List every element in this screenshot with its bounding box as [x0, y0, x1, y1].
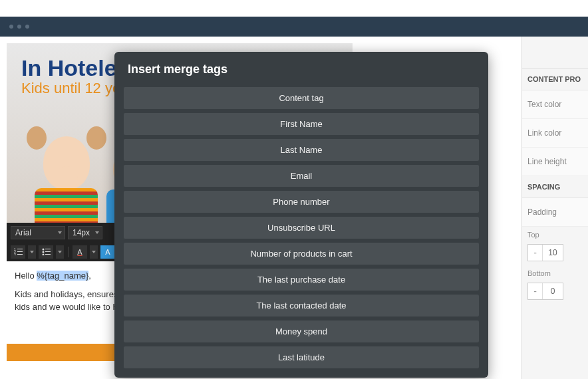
svg-rect-7 — [45, 249, 51, 249]
ordered-list-dropdown[interactable] — [28, 245, 36, 259]
ordered-list-icon: 123 — [14, 248, 23, 255]
section-spacing: SPACING — [522, 176, 588, 198]
chevron-down-icon — [95, 231, 99, 234]
merge-tag-option[interactable]: The last contacted date — [124, 295, 479, 316]
text-color-dropdown[interactable] — [90, 245, 98, 259]
merge-tag-option[interactable]: Phone number — [124, 191, 479, 213]
merge-tag-option[interactable]: Number of products in cart — [124, 243, 479, 265]
svg-rect-11 — [45, 254, 51, 255]
svg-rect-1 — [17, 249, 23, 249]
label-top: Top — [522, 227, 588, 240]
chevron-down-icon — [58, 251, 62, 253]
body-line-2: kids and we would like to he — [15, 302, 122, 312]
svg-text:3: 3 — [14, 253, 16, 255]
merge-tag-placeholder: %{tag_name} — [37, 271, 88, 281]
highlight-icon: A — [105, 248, 110, 256]
modal-title: Insert merge tags — [124, 52, 479, 87]
unordered-list-button[interactable] — [39, 245, 53, 259]
svg-point-6 — [42, 249, 44, 251]
chevron-down-icon — [92, 251, 96, 253]
padding-top-stepper[interactable]: - 10 — [527, 244, 563, 261]
decrement-button[interactable]: - — [528, 245, 543, 261]
ordered-list-button[interactable]: 123 — [11, 245, 25, 259]
merge-tag-option[interactable]: The last purchase date — [124, 269, 479, 291]
merge-tag-option[interactable]: Unsubscribe URL — [124, 217, 479, 239]
font-size-value: 14px — [73, 228, 90, 237]
font-size-select[interactable]: 14px — [68, 226, 102, 239]
toolbar-divider — [68, 247, 69, 257]
window-control-dot — [9, 25, 13, 29]
chevron-down-icon — [58, 231, 62, 234]
merge-tag-option[interactable]: Email — [124, 165, 479, 187]
insert-merge-tags-modal: Insert merge tags Content tag First Name… — [114, 52, 488, 378]
label-bottom: Bottom — [522, 265, 588, 279]
prop-line-height[interactable]: Line height — [522, 148, 588, 176]
titlebar — [0, 17, 588, 37]
svg-rect-3 — [17, 251, 23, 252]
window-top — [0, 0, 588, 17]
properties-sidebar: CONTENT PRO Text color Link color Line h… — [521, 37, 588, 379]
greeting-prefix: Hello — [15, 271, 37, 281]
font-family-value: Arial — [15, 228, 31, 237]
merge-tag-option[interactable]: First Name — [124, 113, 479, 135]
padding-top-value: 10 — [543, 248, 563, 257]
sidebar-header-spacer — [522, 37, 588, 68]
modal-tag-list: Content tag First Name Last Name Email P… — [124, 87, 479, 368]
greeting-suffix: , — [88, 271, 91, 281]
svg-point-10 — [42, 254, 44, 256]
prop-padding[interactable]: Padding — [522, 198, 588, 227]
body-line-1: Kids and holidays, ensures — [15, 289, 118, 299]
window-control-dot — [25, 25, 29, 29]
hero-child-1 — [20, 116, 113, 223]
merge-tag-option[interactable]: Content tag — [124, 87, 479, 109]
font-family-select[interactable]: Arial — [11, 226, 65, 239]
svg-rect-9 — [45, 251, 51, 252]
text-color-icon: A — [77, 248, 82, 256]
svg-point-8 — [42, 251, 44, 253]
padding-bottom-value: 0 — [543, 287, 563, 296]
section-content-properties: CONTENT PRO — [522, 68, 588, 90]
padding-bottom-stepper[interactable]: - 0 — [527, 283, 563, 300]
merge-tag-option[interactable]: Last Name — [124, 139, 479, 161]
chevron-down-icon — [30, 251, 34, 253]
merge-tag-option[interactable]: Last latitude — [124, 346, 479, 368]
svg-rect-5 — [17, 254, 23, 255]
window-control-dot — [17, 25, 21, 29]
prop-text-color[interactable]: Text color — [522, 90, 588, 119]
text-color-button[interactable]: A — [73, 245, 87, 259]
decrement-button[interactable]: - — [528, 283, 543, 299]
highlight-color-button[interactable]: A — [100, 245, 115, 259]
prop-link-color[interactable]: Link color — [522, 119, 588, 148]
unordered-list-dropdown[interactable] — [56, 245, 64, 259]
unordered-list-icon — [42, 248, 51, 255]
merge-tag-option[interactable]: Money spend — [124, 320, 479, 342]
